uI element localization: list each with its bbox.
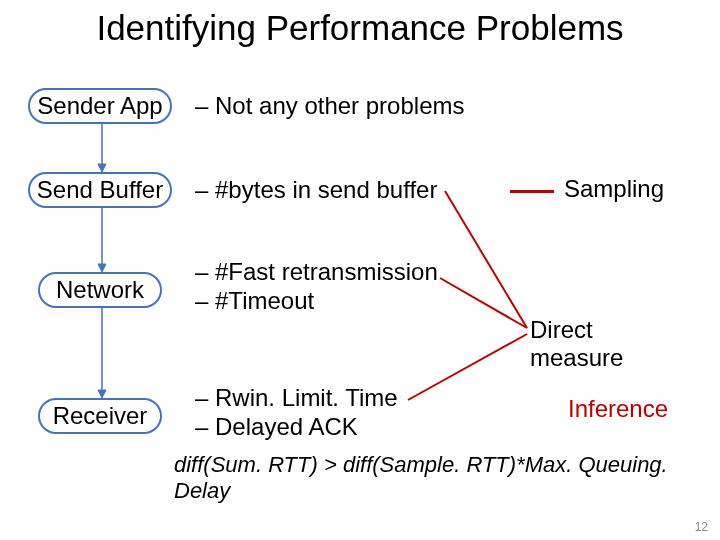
desc-network-line2: – #Timeout <box>195 287 438 316</box>
formula-text: diff(Sum. RTT) > diff(Sample. RTT)*Max. … <box>174 452 720 504</box>
box-network: Network <box>38 272 162 308</box>
page-number: 12 <box>695 520 708 534</box>
box-receiver: Receiver <box>38 398 162 434</box>
sampling-line-icon <box>510 190 554 193</box>
desc-receiver: – Rwin. Limit. Time – Delayed ACK <box>195 384 398 442</box>
desc-receiver-line2: – Delayed ACK <box>195 413 398 442</box>
svg-marker-5 <box>98 390 106 398</box>
desc-network-line1: – #Fast retransmission <box>195 258 438 287</box>
arrow-network-to-receiver <box>96 308 108 398</box>
label-inference: Inference <box>568 395 668 423</box>
label-direct-l2: measure <box>530 344 623 372</box>
label-direct-measure: Direct measure <box>530 316 623 371</box>
desc-sender-app: – Not any other problems <box>195 92 464 121</box>
box-sender-app: Sender App <box>28 88 172 124</box>
arrow-sendbuffer-to-network <box>96 208 108 272</box>
svg-line-6 <box>445 191 527 328</box>
arrow-senderapp-to-sendbuffer <box>96 124 108 172</box>
svg-marker-1 <box>98 164 106 172</box>
slide-title: Identifying Performance Problems <box>0 8 720 48</box>
svg-line-8 <box>408 334 527 400</box>
desc-receiver-line1: – Rwin. Limit. Time <box>195 384 398 413</box>
box-send-buffer: Send Buffer <box>28 172 172 208</box>
label-direct-l1: Direct <box>530 316 623 344</box>
svg-line-7 <box>440 278 527 328</box>
svg-marker-3 <box>98 264 106 272</box>
label-sampling: Sampling <box>564 175 664 203</box>
desc-network: – #Fast retransmission – #Timeout <box>195 258 438 316</box>
desc-send-buffer: – #bytes in send buffer <box>195 176 437 205</box>
